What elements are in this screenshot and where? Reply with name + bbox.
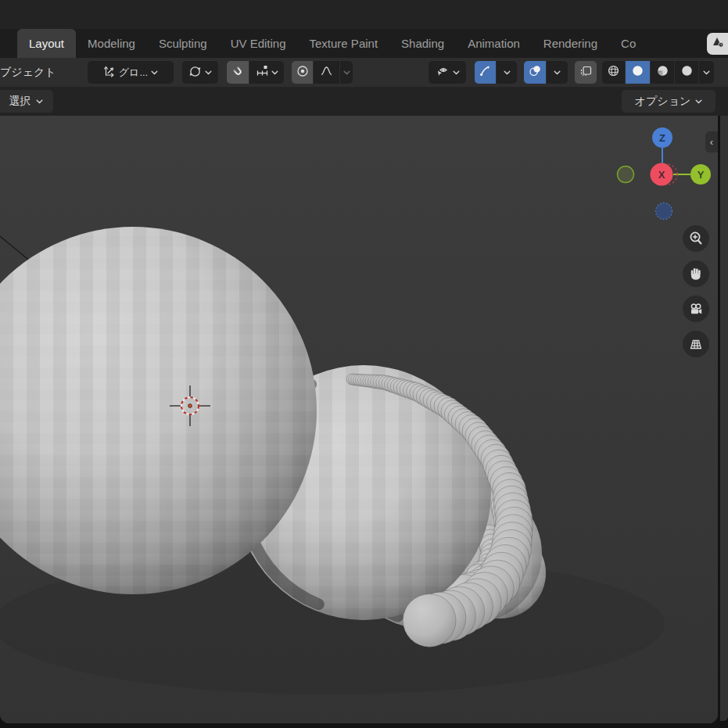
chevron-down-icon — [554, 70, 561, 75]
transform-orientation-dropdown[interactable]: グロ... — [88, 61, 174, 84]
tab-shading[interactable]: Shading — [389, 29, 456, 58]
pivot-point-dropdown[interactable] — [182, 61, 218, 84]
xray-icon — [579, 65, 593, 81]
proportional-edit-group — [292, 61, 353, 84]
viewport-canvas[interactable]: ZYX — [0, 116, 718, 723]
overlays-icon — [529, 64, 542, 81]
tab-uv-editing[interactable]: UV Editing — [219, 29, 298, 58]
eye-cursor-icon — [436, 64, 450, 81]
gizmos-dropdown[interactable] — [497, 61, 517, 84]
viewport-header: ブジェクト グロ... — [0, 58, 728, 87]
pivot-point-icon — [188, 65, 202, 81]
workspace-tabs: LayoutModelingSculptingUV EditingTexture… — [17, 29, 647, 58]
wireframe-sphere-icon — [607, 64, 620, 81]
tab-texture-paint[interactable]: Texture Paint — [298, 29, 390, 58]
orientation-value: グロ... — [119, 66, 148, 80]
shading-wireframe-button[interactable] — [602, 61, 625, 84]
chevron-down-icon — [453, 70, 460, 75]
chevron-down-icon — [703, 70, 710, 75]
options-dropdown[interactable]: オプション — [622, 90, 715, 113]
adjacent-editor-edge — [720, 116, 728, 721]
tab-co[interactable]: Co — [609, 29, 647, 58]
chevron-down-icon — [343, 70, 350, 75]
overlays-group — [524, 61, 568, 84]
tab-rendering[interactable]: Rendering — [532, 29, 609, 58]
shading-dropdown[interactable] — [699, 61, 714, 84]
object-mode-label: ブジェクト — [0, 66, 56, 80]
tab-sculpting[interactable]: Sculpting — [147, 29, 219, 58]
chevron-down-icon — [205, 70, 212, 75]
show-overlays-toggle[interactable] — [524, 61, 546, 84]
scene-selector-button[interactable] — [707, 33, 728, 55]
material-sphere-icon — [656, 64, 669, 81]
nav-pan-hand-button[interactable] — [683, 260, 709, 287]
object-mode-dropdown[interactable]: ブジェクト — [0, 58, 56, 87]
chevron-down-icon — [271, 70, 278, 75]
gizmo-arrow-icon — [479, 64, 492, 81]
falloff-dropdown[interactable] — [314, 61, 339, 84]
cone-scene-icon — [711, 35, 725, 52]
snap-increment-icon — [256, 64, 269, 81]
snap-toggle[interactable] — [227, 61, 249, 84]
visibility-dropdown[interactable] — [429, 61, 466, 84]
viewport-3d[interactable]: ZYX ‹ — [0, 116, 718, 723]
gizmos-group — [475, 61, 517, 84]
chevron-down-icon — [151, 70, 158, 75]
nav-perspective-grid-button[interactable] — [683, 331, 709, 357]
chevron-down-icon — [504, 70, 511, 75]
tab-animation[interactable]: Animation — [456, 29, 532, 58]
shading-mode-group — [602, 61, 714, 84]
chevron-down-icon — [36, 99, 43, 104]
axis-neg-y-handle[interactable] — [618, 167, 634, 183]
falloff-curve-icon — [320, 64, 333, 81]
magnet-icon — [231, 65, 244, 81]
workspace-tabbar: LayoutModelingSculptingUV EditingTexture… — [0, 29, 728, 58]
axis-neg-z-handle[interactable] — [656, 203, 672, 220]
topbar — [0, 0, 728, 29]
overlays-dropdown[interactable] — [547, 61, 568, 84]
proportional-edit-icon — [296, 65, 309, 81]
tab-modeling[interactable]: Modeling — [76, 29, 147, 58]
svg-text:X: X — [658, 169, 665, 181]
show-gizmos-toggle[interactable] — [475, 61, 496, 84]
axes-orientation-icon — [103, 65, 116, 80]
options-label: オプション — [635, 95, 691, 109]
tab-layout[interactable]: Layout — [17, 29, 76, 58]
snap-to-dropdown[interactable] — [249, 61, 284, 84]
sidebar-toggle[interactable]: ‹ — [705, 131, 718, 152]
chevron-down-icon — [695, 99, 702, 104]
solid-sphere-icon — [631, 64, 644, 81]
main-area: ZYX ‹ — [0, 116, 728, 728]
falloff-chevron[interactable] — [340, 61, 353, 84]
shading-rendered-button[interactable] — [675, 61, 698, 84]
shading-solid-button[interactable] — [626, 61, 650, 84]
rendered-sphere-icon — [680, 64, 694, 81]
snap-group — [227, 61, 284, 84]
select-tool-dropdown[interactable]: 選択 — [0, 90, 53, 113]
proportional-edit-toggle[interactable] — [292, 61, 313, 84]
nav-camera-view-button[interactable] — [683, 296, 709, 322]
nav-zoom-in-button[interactable] — [683, 225, 709, 252]
xray-toggle[interactable] — [575, 61, 597, 84]
tool-settings-bar: 選択 オプション — [0, 87, 728, 116]
svg-text:Y: Y — [698, 169, 705, 181]
svg-text:Z: Z — [659, 132, 665, 144]
chevron-left-icon: ‹ — [710, 136, 713, 148]
shading-material-button[interactable] — [651, 61, 674, 84]
select-tool-label: 選択 — [9, 95, 31, 109]
